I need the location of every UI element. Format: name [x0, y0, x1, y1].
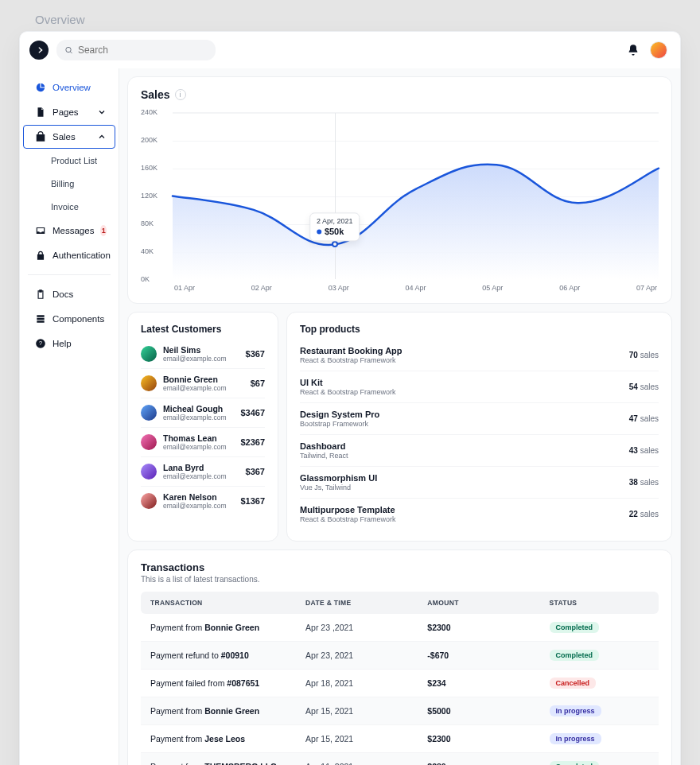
customer-name: Lana Byrd: [163, 463, 239, 472]
y-tick: 120K: [141, 192, 158, 200]
product-row[interactable]: Glassmorphism UI Vue Js, Tailwind 38 sal…: [300, 466, 659, 498]
sidebar-item-label: Components: [52, 314, 104, 324]
sidebar-item-overview[interactable]: Overview: [23, 76, 115, 99]
latest-customers-title: Latest Customers: [141, 324, 265, 335]
bell-icon: [627, 44, 640, 56]
user-avatar[interactable]: [650, 41, 667, 59]
sidebar-item-docs[interactable]: Docs: [23, 282, 115, 306]
notifications-button[interactable]: [624, 41, 642, 59]
customer-amount: $3467: [240, 408, 265, 417]
x-tick: 05 Apr: [482, 284, 503, 292]
sidebar-subitem-invoice[interactable]: Invoice: [23, 196, 115, 218]
sidebar-item-label: Authentication: [52, 250, 111, 260]
customer-email: email@example.com: [163, 355, 239, 363]
sidebar-subitem-billing[interactable]: Billing: [23, 173, 115, 195]
sidebar-item-sales[interactable]: Sales: [23, 125, 115, 149]
customer-row[interactable]: Lana Byrd email@example.com $367: [141, 456, 265, 486]
sidebar-item-messages[interactable]: Messages 1: [23, 219, 115, 243]
x-tick: 02 Apr: [251, 284, 272, 292]
info-icon[interactable]: i: [175, 89, 186, 100]
transaction-date: Apr 15, 2021: [305, 706, 427, 716]
transactions-subtitle: This is a list of latest transactions.: [141, 575, 659, 584]
sidebar-item-components[interactable]: Components: [23, 307, 115, 331]
transactions-title: Transactions: [141, 561, 659, 573]
transaction-row[interactable]: Payment from Jese Leos Apr 15, 2021 $230…: [141, 725, 659, 753]
x-tick: 03 Apr: [329, 284, 349, 292]
lock-icon: [35, 250, 46, 261]
customer-info: Thomas Lean email@example.com: [163, 433, 234, 451]
product-row[interactable]: Multipurpose Template React & Bootstrap …: [300, 498, 659, 530]
help-icon: ?: [35, 338, 46, 349]
transaction-description: Payment refund to #00910: [150, 650, 305, 660]
product-sales: 22 sales: [629, 510, 659, 518]
customer-row[interactable]: Bonnie Green email@example.com $67: [141, 368, 265, 398]
logo[interactable]: [29, 41, 49, 60]
th-status: Status: [550, 599, 649, 607]
customer-row[interactable]: Thomas Lean email@example.com $2367: [141, 427, 265, 456]
top-products-card: Top products Restaurant Booking App Reac…: [286, 312, 672, 542]
transaction-amount: $280: [427, 762, 549, 765]
search-input[interactable]: [78, 45, 208, 56]
product-sales: 70 sales: [629, 351, 659, 359]
customer-amount: $367: [246, 467, 265, 476]
sidebar-item-authentication[interactable]: Authentication: [23, 243, 115, 267]
collection-icon: [35, 313, 46, 324]
product-row[interactable]: Design System Pro Bootstrap Framework 47…: [300, 402, 659, 434]
product-row[interactable]: Restaurant Booking App React & Bootstrap…: [300, 340, 659, 371]
transaction-row[interactable]: Payment from THEMSBERG LLC Apr 11, 2021 …: [141, 753, 659, 765]
product-info: UI Kit React & Bootstrap Framework: [300, 378, 396, 396]
chart-marker-dot: [332, 241, 338, 247]
product-info: Dashboard Tailwind, React: [300, 441, 348, 460]
search-icon: [64, 45, 73, 55]
search-box[interactable]: [56, 40, 216, 60]
transaction-amount: $2300: [427, 734, 549, 744]
transaction-description: Payment failed from #087651: [150, 678, 305, 688]
product-subtitle: Vue Js, Tailwind: [300, 483, 377, 491]
product-sales: 38 sales: [629, 478, 659, 487]
avatar: [141, 464, 157, 480]
product-subtitle: React & Bootstrap Framework: [300, 515, 396, 523]
sidebar-item-pages[interactable]: Pages: [23, 100, 115, 124]
transaction-row[interactable]: Payment from Bonnie Green Apr 23 ,2021 $…: [141, 614, 659, 642]
customer-email: email@example.com: [163, 472, 239, 480]
transaction-description: Payment from THEMSBERG LLC: [150, 762, 305, 765]
chart-plot-area[interactable]: 2 Apr, 2021 $50k: [173, 112, 659, 279]
transactions-header-row: Transaction Date & Time Amount Status: [141, 592, 659, 614]
customer-amount: $2367: [240, 437, 265, 447]
product-info: Glassmorphism UI Vue Js, Tailwind: [300, 473, 377, 491]
product-sales: 47 sales: [629, 414, 659, 423]
th-amount: Amount: [427, 599, 549, 607]
transaction-row[interactable]: Payment failed from #087651 Apr 18, 2021…: [141, 670, 659, 697]
sidebar-item-label: Pages: [52, 107, 79, 117]
customer-row[interactable]: Micheal Gough email@example.com $3467: [141, 398, 265, 427]
customer-email: email@example.com: [163, 384, 244, 392]
app-window: Overview Pages: [19, 31, 681, 765]
avatar: [141, 405, 157, 421]
main: Sales i 240K200K160K120K80K40K0K 2 Ap: [119, 68, 680, 765]
product-row[interactable]: Dashboard Tailwind, React 43 sales: [300, 434, 659, 466]
transaction-amount: $5000: [427, 706, 549, 716]
customer-name: Bonnie Green: [163, 375, 244, 384]
chart-crosshair: [335, 113, 336, 279]
transaction-date: Apr 11, 2021: [305, 762, 427, 765]
th-transaction: Transaction: [150, 599, 305, 607]
transaction-row[interactable]: Payment from Bonnie Green Apr 15, 2021 $…: [141, 697, 659, 725]
y-tick: 40K: [141, 247, 154, 255]
transaction-row[interactable]: Payment refund to #00910 Apr 23, 2021 -$…: [141, 642, 659, 670]
logo-arrow-icon: [33, 45, 45, 56]
customer-amount: $1367: [240, 496, 265, 506]
transaction-description: Payment from Bonnie Green: [150, 623, 305, 632]
transaction-description: Payment from Jese Leos: [150, 734, 305, 744]
chevron-down-icon: [97, 107, 107, 117]
sales-card: Sales i 240K200K160K120K80K40K0K 2 Ap: [127, 76, 672, 304]
transaction-status: In progress: [550, 705, 649, 716]
customer-row[interactable]: Neil Sims email@example.com $367: [141, 340, 265, 368]
product-row[interactable]: UI Kit React & Bootstrap Framework 54 sa…: [300, 371, 659, 402]
sidebar-divider: [28, 274, 111, 275]
sidebar-item-help[interactable]: ? Help: [23, 332, 115, 355]
outer-page-label: Overview: [35, 13, 681, 26]
sidebar-subitem-product-list[interactable]: Product List: [23, 150, 115, 172]
transaction-status: Completed: [550, 761, 649, 765]
customer-row[interactable]: Karen Nelson email@example.com $1367: [141, 486, 265, 515]
x-tick: 01 Apr: [174, 284, 195, 292]
